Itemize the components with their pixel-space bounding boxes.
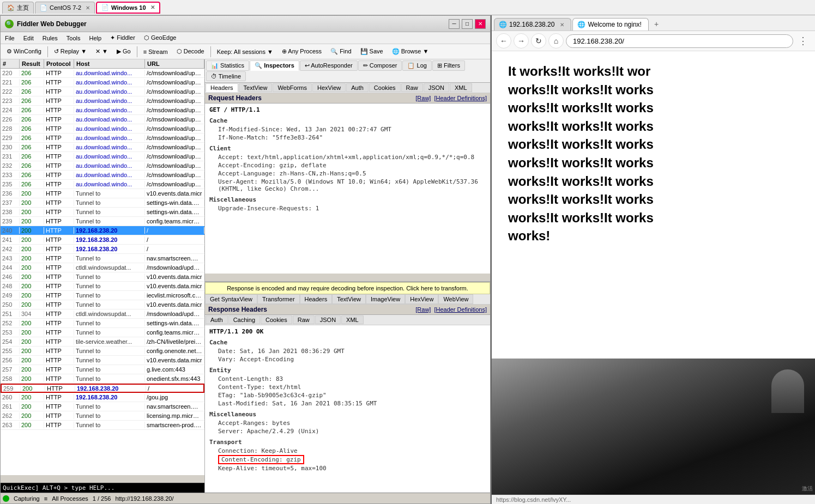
menu-rules[interactable]: Rules xyxy=(40,34,60,42)
stream-button[interactable]: ≡ Stream xyxy=(140,47,172,57)
session-row[interactable]: 246200HTTPTunnel tov10.events.data.micr xyxy=(1,272,204,282)
subtab-cookies[interactable]: Cookies xyxy=(369,83,401,92)
any-process-button[interactable]: ⊕ Any Process xyxy=(278,46,325,57)
menu-help[interactable]: Help xyxy=(87,34,104,42)
refresh-button[interactable]: ↻ xyxy=(531,33,546,48)
close-button[interactable]: ✕ xyxy=(475,19,486,29)
menu-file[interactable]: File xyxy=(3,34,17,42)
col-num[interactable]: # xyxy=(1,59,20,68)
browser-tab-2[interactable]: 🌐 Welcome to nginx! xyxy=(572,18,649,31)
cross-button[interactable]: ✕ ▼ xyxy=(92,46,112,57)
add-tab-button[interactable]: + xyxy=(650,17,663,31)
resp-subtab-cookies[interactable]: Cookies xyxy=(261,315,292,324)
response-raw-link[interactable]: [Raw] xyxy=(415,306,431,313)
session-row[interactable]: 226206HTTPau.download.windo.../c/msdownl… xyxy=(1,115,204,124)
session-row[interactable]: 255200HTTPTunnel toconfig.onenote.net:44… xyxy=(1,347,204,356)
session-row[interactable]: 243200HTTPTunnel tonav.smartscreen.micr xyxy=(1,254,204,263)
col-host[interactable]: Host xyxy=(74,59,145,68)
session-row[interactable]: 238200HTTPTunnel tosettings-win.data.mic xyxy=(1,208,204,217)
transform-tab-textview[interactable]: TextView xyxy=(332,294,366,304)
session-scrollbar-h[interactable] xyxy=(1,475,204,483)
browse-button[interactable]: 🌐 Browse ▼ xyxy=(388,46,433,57)
col-url[interactable]: URL xyxy=(145,59,204,68)
resp-subtab-raw[interactable]: Raw xyxy=(293,315,315,324)
menu-geoedge[interactable]: ⬡ GeoEdge xyxy=(142,34,179,42)
decode-button[interactable]: ⬡ Decode xyxy=(173,46,208,57)
session-row[interactable]: 233206HTTPau.download.windo.../c/msdownl… xyxy=(1,171,204,180)
session-row[interactable]: 232206HTTPau.download.windo.../c/msdownl… xyxy=(1,161,204,171)
session-row[interactable]: 251304HTTPctldl.windowsupdat.../msdownlo… xyxy=(1,309,204,319)
transform-tab-transformer[interactable]: Transformer xyxy=(257,294,300,304)
session-row[interactable]: 222206HTTPau.download.windo.../c/msdownl… xyxy=(1,87,204,96)
session-row[interactable]: 257200HTTPTunnel tog.live.com:443 xyxy=(1,365,204,374)
req-hscroll[interactable] xyxy=(205,274,490,281)
forward-button[interactable]: → xyxy=(514,33,529,48)
subtab-hexview[interactable]: HexView xyxy=(312,83,346,92)
session-row[interactable]: 236200HTTPTunnel tov10.events.data.micr xyxy=(1,189,204,198)
subtab-raw[interactable]: Raw xyxy=(401,83,423,92)
session-row[interactable]: 262200HTTPTunnel tolicensing.mp.microsof xyxy=(1,411,204,421)
transform-bar[interactable]: Response is encoded and may require deco… xyxy=(205,282,490,294)
tab-filters[interactable]: ⊞ Filters xyxy=(432,60,465,71)
transform-tab-webview[interactable]: WebView xyxy=(438,294,473,304)
session-row[interactable]: 230206HTTPau.download.windo.../c/msdownl… xyxy=(1,143,204,152)
tab-autoresponder[interactable]: ↩ AutoResponder xyxy=(300,60,358,71)
resp-subtab-caching[interactable]: Caching xyxy=(228,315,260,324)
session-row[interactable]: 240200HTTP192.168.238.20/ xyxy=(1,226,204,235)
session-row[interactable]: 224206HTTPau.download.windo.../c/msdownl… xyxy=(1,106,204,115)
subtab-webforms[interactable]: WebForms xyxy=(273,83,312,92)
subtab-auth[interactable]: Auth xyxy=(346,83,369,92)
session-row[interactable]: 263200HTTPTunnel tosmartscreen-prod.mic xyxy=(1,421,204,430)
transform-tab-imageview[interactable]: ImageView xyxy=(366,294,405,304)
session-row[interactable]: 253200HTTPTunnel toconfig.teams.microsof xyxy=(1,328,204,337)
tab-composer[interactable]: ✏ Composer xyxy=(358,60,402,71)
home-button[interactable]: ⌂ xyxy=(548,33,564,48)
session-row[interactable]: 229206HTTPau.download.windo.../c/msdownl… xyxy=(1,133,204,143)
session-row[interactable]: 258200HTTPTunnel toonedient.sfx.ms:443 xyxy=(1,374,204,384)
session-row[interactable]: 223206HTTPau.download.windo.../c/msdownl… xyxy=(1,96,204,106)
session-row[interactable]: 248200HTTPTunnel tov10.events.data.micr xyxy=(1,282,204,291)
maximize-button[interactable]: □ xyxy=(462,19,473,29)
session-row[interactable]: 250200HTTPTunnel tov10.events.data.micr xyxy=(1,300,204,309)
menu-tools[interactable]: Tools xyxy=(64,34,83,42)
resp-subtab-xml[interactable]: XML xyxy=(341,315,364,324)
subtab-textview[interactable]: TextView xyxy=(239,83,273,92)
tab-timeline[interactable]: ⏱ Timeline xyxy=(206,71,246,81)
resp-subtab-auth[interactable]: Auth xyxy=(206,315,228,324)
keep-sessions-button[interactable]: Keep: All sessions ▼ xyxy=(213,47,277,57)
session-row[interactable]: 220206HTTPau.download.windo.../c/msdownl… xyxy=(1,69,204,78)
resp-subtab-json[interactable]: JSON xyxy=(315,315,341,324)
session-row[interactable]: 254200HTTPtile-service.weather.../zh-CN/… xyxy=(1,337,204,347)
tab-log[interactable]: 📋 Log xyxy=(402,60,431,71)
session-row[interactable]: 244200HTTPctldl.windowsupdat.../msdownlo… xyxy=(1,263,204,272)
browser-tab-1-close[interactable]: ✕ xyxy=(560,22,564,28)
session-row[interactable]: 260200HTTP192.168.238.20/gou.jpg xyxy=(1,393,204,402)
back-button[interactable]: ← xyxy=(496,33,511,48)
session-row[interactable]: 256200HTTPTunnel tov10.events.data.micr xyxy=(1,356,204,365)
address-bar[interactable] xyxy=(566,34,793,48)
subtab-json[interactable]: JSON xyxy=(424,83,449,92)
session-row[interactable]: 241200HTTP192.168.238.20/ xyxy=(1,235,204,245)
col-result[interactable]: Result xyxy=(20,59,44,68)
session-row[interactable]: 252200HTTPTunnel tosettings-win.data.mic xyxy=(1,319,204,328)
session-row[interactable]: 239200HTTPTunnel toconfig.teams.microsof xyxy=(1,217,204,226)
tab-windows10-close[interactable]: ✕ xyxy=(150,4,155,10)
menu-fiddler[interactable]: ✦ Fiddler xyxy=(108,34,137,42)
response-headerdefs-link[interactable]: [Header Definitions] xyxy=(434,306,487,313)
tab-centos-close[interactable]: ✕ xyxy=(86,5,90,11)
transform-tab-hexview[interactable]: HexView xyxy=(405,294,438,304)
session-row[interactable]: 242200HTTP192.168.238.20/ xyxy=(1,245,204,254)
session-row[interactable]: 261200HTTPTunnel tonav.smartscreen.micr xyxy=(1,402,204,411)
tab-home[interactable]: 🏠 主页 xyxy=(2,2,34,14)
tab-statistics[interactable]: 📊 Statistics xyxy=(206,60,249,71)
session-row[interactable]: 221206HTTPau.download.windo.../c/msdownl… xyxy=(1,78,204,87)
replay-button[interactable]: ↺ Replay ▼ xyxy=(50,46,90,57)
session-row[interactable]: 237200HTTPTunnel tosettings-win.data.mic xyxy=(1,198,204,208)
subtab-xml[interactable]: XML xyxy=(450,83,472,92)
save-button[interactable]: 💾 Save xyxy=(357,46,387,57)
minimize-button[interactable]: ─ xyxy=(449,19,460,29)
tab-windows10[interactable]: 📄 Windows 10 ✕ xyxy=(96,2,160,14)
browser-tab-1[interactable]: 🌐 192.168.238.20 ✕ xyxy=(494,18,571,31)
quickexec-bar[interactable]: QuickExec] ALT+Q > type HELP... xyxy=(1,483,204,493)
session-row[interactable]: 235206HTTPau.download.windo.../c/msdownl… xyxy=(1,180,204,189)
